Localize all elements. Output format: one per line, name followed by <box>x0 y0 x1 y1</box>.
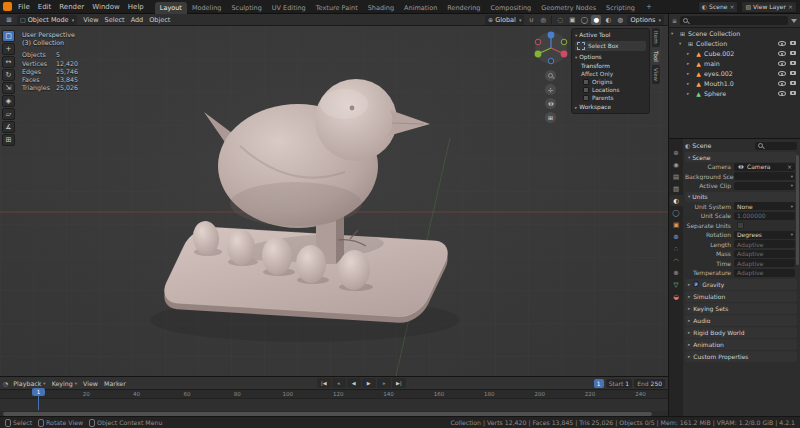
add-workspace-button[interactable]: + <box>642 1 656 13</box>
checkbox[interactable] <box>583 87 589 93</box>
mode-dropdown[interactable]: ▢ Object Mode <box>17 15 77 25</box>
outliner-row[interactable]: ▲ eyes.002 <box>669 68 800 78</box>
disable-in-render-toggle[interactable] <box>789 39 797 47</box>
properties-tab[interactable]: ◐ <box>670 195 683 206</box>
tool-button[interactable]: ⊞ <box>2 134 15 146</box>
workspace-tab[interactable]: Scripting <box>601 2 640 14</box>
active-tool-panel-header[interactable]: Active Tool <box>573 30 648 40</box>
hide-in-viewport-toggle[interactable] <box>778 39 786 47</box>
disable-in-render-toggle[interactable] <box>789 49 797 57</box>
properties-tab[interactable]: ◉ <box>670 159 683 170</box>
outliner-row[interactable]: ▲ Cube.002 <box>669 48 800 58</box>
checkbox-row[interactable]: Parents <box>573 94 648 102</box>
collapsed-panel-header[interactable]: Rigid Body World <box>685 327 797 338</box>
timeline-ruler[interactable]: 20 40 60 80 100 120 140 160 180 200 220 <box>0 390 668 399</box>
clear-camera-icon[interactable] <box>787 163 792 170</box>
frame-end-field[interactable]: End 250 <box>634 379 665 388</box>
collapsed-panel-header[interactable]: Custom Properties <box>685 351 797 362</box>
tool-button[interactable]: ↔ <box>2 56 15 68</box>
workspace-tab[interactable]: Geometry Nodes <box>536 2 601 14</box>
timeline-menu-item[interactable]: View <box>80 380 101 387</box>
proportional-editing-toggle[interactable]: ◎ <box>538 15 548 25</box>
background-scene-field[interactable] <box>734 172 795 180</box>
zoom-button[interactable] <box>545 70 556 81</box>
hide-in-viewport-toggle[interactable] <box>778 69 786 77</box>
viewport-options-dropdown[interactable]: Options <box>627 15 664 25</box>
outliner-row[interactable]: ▲ Mouth1.0 <box>669 78 800 88</box>
workspace-tab[interactable]: Modeling <box>187 2 227 14</box>
workspace-tab[interactable]: Texture Paint <box>311 2 363 14</box>
camera-view-button[interactable] <box>545 98 556 109</box>
timeline-menu-item[interactable]: Keying <box>49 380 80 387</box>
panel-checkbox[interactable] <box>694 281 699 286</box>
property-field[interactable]: Adaptive <box>734 269 795 277</box>
checkbox-row[interactable]: Locations <box>573 86 648 94</box>
workspace-tab[interactable]: Compositing <box>485 2 536 14</box>
collapsed-panel-header[interactable]: Keying Sets <box>685 303 797 314</box>
properties-scrollbar[interactable] <box>796 155 799 265</box>
property-field[interactable] <box>734 221 795 229</box>
disable-in-render-toggle[interactable] <box>789 89 797 97</box>
viewport-menu-item[interactable]: Select <box>102 16 128 24</box>
tool-button[interactable]: ◈ <box>2 95 15 107</box>
disclosure-icon[interactable] <box>687 71 693 76</box>
tool-button[interactable]: ∡ <box>2 121 15 133</box>
tool-button[interactable]: ▱ <box>2 108 15 120</box>
blender-logo-icon[interactable] <box>3 2 12 11</box>
properties-tab[interactable]: ◒ <box>670 291 683 302</box>
menu-item[interactable]: File <box>14 2 34 12</box>
properties-tab[interactable]: ∴ <box>670 243 683 254</box>
workspace-tab[interactable]: Sculpting <box>226 2 266 14</box>
outliner-search-input[interactable] <box>680 16 788 25</box>
camera-field[interactable]: Camera <box>734 163 795 171</box>
view-layer-selector[interactable]: ▧ View Layer <box>741 1 797 13</box>
transport-button[interactable]: » <box>377 378 391 388</box>
frame-start-field[interactable]: Start 1 <box>606 379 633 388</box>
outliner-row[interactable]: ⊞ Scene Collection <box>669 28 800 38</box>
disclosure-icon[interactable] <box>687 91 693 96</box>
remove-view-layer-icon[interactable] <box>788 3 793 10</box>
properties-tab[interactable]: ▽ <box>670 279 683 290</box>
menu-item[interactable]: Render <box>55 2 88 12</box>
checkbox[interactable] <box>583 79 589 85</box>
outliner-row[interactable]: ▲ main <box>669 58 800 68</box>
collapsed-panel-header[interactable]: Gravity <box>685 279 797 290</box>
shading-rendered-button[interactable]: ◍ <box>615 15 625 25</box>
disclosure-icon[interactable] <box>687 81 693 86</box>
menu-item[interactable]: Window <box>88 2 124 12</box>
transform-orientation-dropdown[interactable]: ⊕ Global <box>485 15 524 25</box>
transport-button[interactable]: ▶ <box>362 378 376 388</box>
tool-button[interactable]: ↻ <box>2 69 15 81</box>
shading-material-button[interactable]: ◐ <box>603 15 613 25</box>
filter-icon[interactable] <box>791 19 797 23</box>
disclosure-icon[interactable] <box>679 41 685 46</box>
disable-in-render-toggle[interactable] <box>789 69 797 77</box>
disable-in-render-toggle[interactable] <box>789 59 797 67</box>
properties-tab[interactable]: ◯ <box>670 207 683 218</box>
disclosure-icon[interactable] <box>687 61 693 66</box>
tool-button[interactable]: ⇲ <box>2 82 15 94</box>
shading-wireframe-button[interactable]: ◯ <box>579 15 589 25</box>
transport-button[interactable]: ◀ <box>347 378 361 388</box>
unlink-scene-icon[interactable] <box>729 3 734 10</box>
timeline-menu-item[interactable]: Playback <box>10 380 48 387</box>
options-panel-header[interactable]: Options <box>573 52 648 62</box>
properties-tab[interactable]: ◠ <box>670 255 683 266</box>
menu-item[interactable]: Edit <box>34 2 56 12</box>
properties-tab[interactable]: ▤ <box>670 171 683 182</box>
scene-panel-header[interactable]: Scene <box>685 152 797 162</box>
playhead-frame-label[interactable]: 1 <box>32 388 45 396</box>
snap-magnet-toggle[interactable]: ∪ <box>526 15 536 25</box>
viewport-menu-item[interactable]: Object <box>146 16 173 24</box>
properties-search-input[interactable] <box>755 142 797 150</box>
playhead[interactable]: 1 <box>38 389 39 410</box>
viewport-menu-item[interactable]: View <box>80 16 101 24</box>
checkbox[interactable] <box>583 95 589 101</box>
properties-tab[interactable]: ▣ <box>670 219 683 230</box>
collapsed-panel-header[interactable]: Simulation <box>685 291 797 302</box>
workspace-tab[interactable]: Rendering <box>442 2 485 14</box>
outliner-row[interactable]: ▲ Sphere <box>669 88 800 98</box>
workspace-tab[interactable]: Animation <box>399 2 442 14</box>
property-field[interactable]: None <box>734 202 795 210</box>
current-frame-field[interactable]: 1 <box>594 379 604 388</box>
